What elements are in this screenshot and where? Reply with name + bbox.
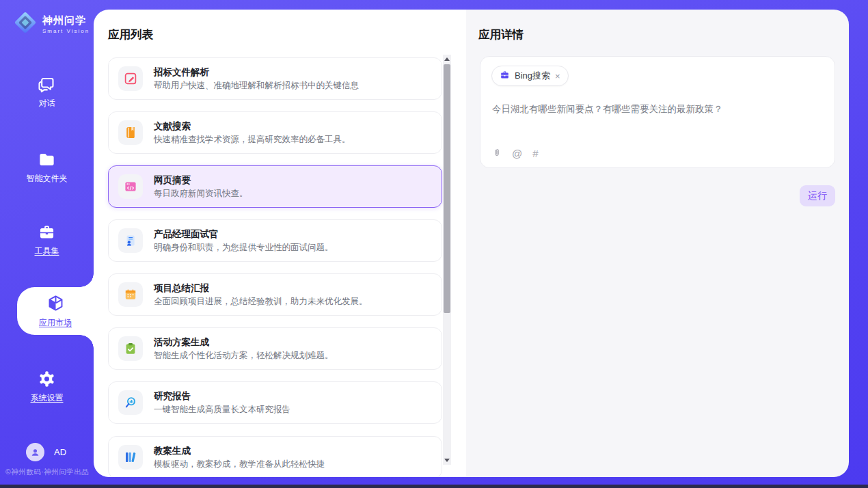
sidebar: 神州问学 Smart Vision 对话 智能文件夹 bbox=[0, 0, 94, 485]
brand-subtitle: Smart Vision bbox=[42, 28, 90, 34]
app-detail-title: 应用详情 bbox=[478, 27, 524, 42]
app-desc: 明确身份和职责，为您提供专业性的面试问题。 bbox=[154, 243, 334, 252]
app-desc: 全面回顾项目进展，总结经验教训，助力未来优化发展。 bbox=[154, 297, 368, 306]
sidebar-item-app-market[interactable]: 应用市场 bbox=[17, 287, 94, 335]
gear-icon bbox=[38, 370, 56, 390]
app-name: 活动方案生成 bbox=[154, 337, 334, 348]
user-initials: AD bbox=[54, 447, 66, 457]
briefcase-icon bbox=[500, 70, 510, 83]
scrollbar-down-icon[interactable] bbox=[444, 459, 450, 462]
copyright-footer: ©神州数码·神州问学出品 bbox=[5, 467, 89, 477]
at-icon[interactable]: @ bbox=[512, 148, 522, 159]
diamond-logo-icon bbox=[12, 10, 38, 38]
app-name: 教案生成 bbox=[154, 446, 325, 457]
app-card-literature-search[interactable]: 文献搜索 快速精准查找学术资源，提高研究效率的必备工具。 bbox=[108, 111, 442, 154]
prompt-input[interactable]: 今日湖北有哪些新闻要点？有哪些需要关注的最新政策？ bbox=[492, 103, 820, 116]
book-icon bbox=[118, 120, 143, 145]
app-desc: 快速精准查找学术资源，提高研究效率的必备工具。 bbox=[154, 135, 351, 144]
app-name: 文献搜索 bbox=[154, 121, 351, 132]
app-desc: 每日政府新闻资讯快查。 bbox=[154, 189, 248, 198]
run-button[interactable]: 运行 bbox=[800, 185, 835, 206]
tag-close-icon[interactable]: × bbox=[555, 72, 560, 81]
tool-tag-label: Bing搜索 bbox=[515, 70, 550, 82]
scrollbar-up-icon[interactable] bbox=[444, 57, 450, 61]
books-icon bbox=[118, 445, 143, 470]
sidebar-item-toolset[interactable]: 工具集 bbox=[0, 223, 94, 255]
folder-icon bbox=[38, 150, 56, 171]
tool-tag-bing-search[interactable]: Bing搜索 × bbox=[491, 66, 569, 86]
app-card-pm-interviewer[interactable]: 产品经理面试官 明确身份和职责，为您提供专业性的面试问题。 bbox=[108, 219, 442, 262]
sidebar-item-label: 对话 bbox=[39, 99, 55, 107]
prompt-card: Bing搜索 × 今日湖北有哪些新闻要点？有哪些需要关注的最新政策？ @ # bbox=[480, 56, 835, 168]
app-detail-pane: 应用详情 Bing搜索 × 今日湖北有哪些新闻要点？有哪些需要关注 bbox=[466, 10, 849, 477]
app-desc: 帮助用户快速、准确地理解和解析招标书中的关键信息 bbox=[154, 81, 359, 90]
sidebar-item-settings[interactable]: 系统设置 bbox=[0, 370, 94, 402]
sidebar-item-label: 应用市场 bbox=[39, 317, 72, 329]
sidebar-item-label: 工具集 bbox=[35, 247, 59, 255]
app-card-lesson-plan[interactable]: 教案生成 模板驱动，教案秒成，教学准备从此轻松快捷 bbox=[108, 436, 442, 477]
app-card-event-plan[interactable]: 活动方案生成 智能生成个性化活动方案，轻松解决规划难题。 bbox=[108, 327, 442, 370]
bottom-strip bbox=[0, 485, 868, 488]
prompt-toolbar: @ # bbox=[492, 147, 539, 160]
app-card-tender-analysis[interactable]: 招标文件解析 帮助用户快速、准确地理解和解析招标书中的关键信息 bbox=[108, 57, 442, 100]
app-card-project-summary[interactable]: 项目总结汇报 全面回顾项目进展，总结经验教训，助力未来优化发展。 bbox=[108, 273, 442, 316]
main-content: 应用列表 招标文件解析 帮助用户快速、准确地理解和解析招标书中的关键信息 bbox=[94, 10, 849, 477]
toolbox-icon bbox=[38, 223, 56, 243]
user-account[interactable]: AD bbox=[26, 443, 66, 461]
pen-square-icon bbox=[118, 66, 143, 91]
app-card-research-report[interactable]: 研究报告 一键智能生成高质量长文本研究报告 bbox=[108, 381, 442, 424]
app-name: 产品经理面试官 bbox=[154, 229, 334, 240]
scrollbar-thumb[interactable] bbox=[444, 64, 450, 313]
app-name: 网页摘要 bbox=[154, 175, 248, 186]
brand-logo: 神州问学 Smart Vision bbox=[12, 10, 90, 38]
app-card-web-summary[interactable]: 网页摘要 每日政府新闻资讯快查。 bbox=[108, 165, 442, 208]
app-list-pane: 应用列表 招标文件解析 帮助用户快速、准确地理解和解析招标书中的关键信息 bbox=[94, 10, 466, 477]
scrollbar[interactable] bbox=[443, 55, 451, 465]
app-desc: 一键智能生成高质量长文本研究报告 bbox=[154, 405, 290, 414]
person-document-icon bbox=[118, 228, 143, 253]
app-desc: 智能生成个性化活动方案，轻松解决规划难题。 bbox=[154, 351, 334, 360]
paperclip-icon[interactable] bbox=[492, 147, 502, 160]
sidebar-item-smart-folder[interactable]: 智能文件夹 bbox=[0, 150, 94, 182]
chat-icon bbox=[38, 75, 56, 96]
browser-code-icon bbox=[118, 174, 143, 199]
app-list-title: 应用列表 bbox=[108, 27, 153, 42]
cube-icon bbox=[46, 294, 65, 314]
clipboard-check-icon bbox=[118, 336, 143, 361]
app-desc: 模板驱动，教案秒成，教学准备从此轻松快捷 bbox=[154, 459, 325, 469]
app-name: 项目总结汇报 bbox=[154, 283, 368, 294]
brand-name: 神州问学 bbox=[42, 14, 90, 27]
sidebar-item-chat[interactable]: 对话 bbox=[0, 75, 94, 107]
app-window: 神州问学 Smart Vision 对话 智能文件夹 bbox=[0, 0, 868, 488]
magnifier-chart-icon bbox=[118, 390, 143, 415]
calendar-icon bbox=[118, 282, 143, 307]
hash-icon[interactable]: # bbox=[532, 148, 538, 159]
app-name: 研究报告 bbox=[154, 391, 290, 402]
app-name: 招标文件解析 bbox=[154, 67, 359, 78]
avatar-person-icon bbox=[26, 443, 44, 461]
sidebar-item-label: 系统设置 bbox=[31, 394, 64, 402]
sidebar-item-label: 智能文件夹 bbox=[27, 174, 68, 182]
